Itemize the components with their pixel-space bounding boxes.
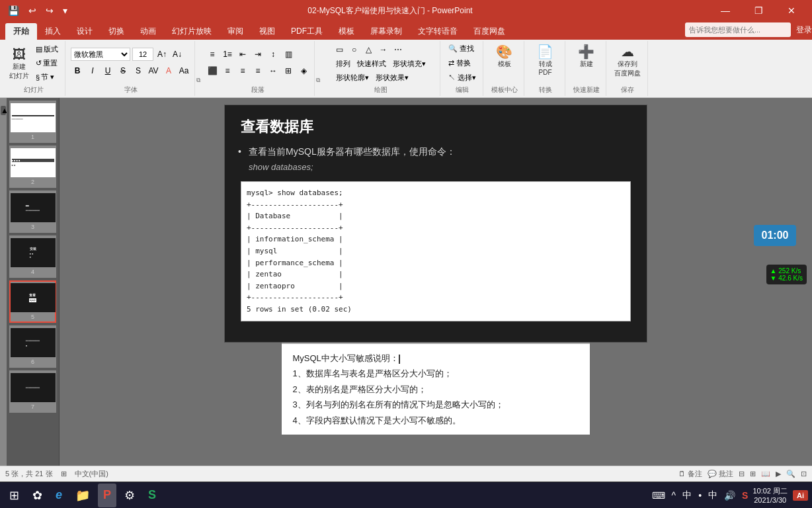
sys-sound-icon[interactable]: 🔊 [722, 489, 737, 502]
left-scrollbar[interactable]: ▲ [0, 98, 7, 466]
new-slide-btn[interactable]: 🖼 新建 幻灯片 [7, 45, 32, 82]
shape-rect-btn[interactable]: ▭ [333, 43, 346, 56]
ai-btn[interactable]: Ai [793, 490, 808, 501]
bullet-list-btn[interactable]: ≡ [206, 48, 219, 61]
font-name-select[interactable]: 微软雅黑 [71, 48, 130, 61]
restore-btn[interactable]: ❐ [743, 0, 774, 21]
view-grid-btn[interactable]: ⊞ [750, 470, 756, 478]
effect-btn[interactable]: 形状效果▾ [373, 71, 411, 84]
canvas-area[interactable]: 查看数据库 查看当前MySQL服务器有哪些数据库，使用命令： show data… [60, 98, 812, 466]
taskbar-app-5[interactable]: ⚙ [119, 484, 140, 507]
tab-view[interactable]: 视图 [251, 23, 283, 40]
undo-icon[interactable]: ↩ [26, 4, 39, 17]
minimize-btn[interactable]: — [710, 0, 741, 21]
underline-btn[interactable]: U [101, 64, 114, 77]
tab-review[interactable]: 审阅 [220, 23, 251, 40]
slide-thumb-6[interactable]: ══════ ● 6 [9, 325, 56, 368]
comments-status-btn[interactable]: 💬 批注 [708, 469, 733, 479]
decrease-font-btn[interactable]: A↓ [171, 48, 184, 61]
slide-thumb-3[interactable]: ▬ ══════ 3 [9, 190, 56, 233]
customize-icon[interactable]: ▾ [60, 4, 70, 17]
text-align-btn[interactable]: ⊞ [282, 64, 295, 77]
slide-canvas[interactable]: 查看数据库 查看当前MySQL服务器有哪些数据库，使用命令： show data… [224, 105, 647, 343]
quick-new-btn[interactable]: ➕ 新建 [575, 42, 598, 70]
shape-circle-btn[interactable]: ○ [348, 43, 361, 56]
close-btn[interactable]: ✕ [776, 0, 807, 21]
taskbar-time[interactable]: 10:02 周二 2021/3/30 [752, 486, 788, 504]
login-btn[interactable]: 登录 [796, 24, 812, 36]
tab-slideshow[interactable]: 幻灯片放映 [164, 23, 220, 40]
zoom-btn[interactable]: 🔍 [786, 470, 795, 478]
shape-more-btn[interactable]: ⋯ [391, 43, 405, 56]
font-size-input[interactable] [132, 48, 153, 61]
start-menu-btn[interactable]: ⊞ [4, 484, 24, 507]
view-slideshow-btn[interactable]: ▶ [776, 470, 781, 478]
taskbar-app-search[interactable]: ✿ [27, 484, 48, 507]
taskbar-app-explorer[interactable]: 📁 [70, 484, 95, 507]
smartart-btn[interactable]: ◈ [297, 64, 310, 77]
tab-pdf[interactable]: PDF工具 [283, 23, 331, 40]
slide-expand-icon[interactable]: ⊞ [61, 470, 67, 478]
fontcolor-btn[interactable]: A [162, 64, 175, 77]
layout-btn[interactable]: ▤版式 [33, 43, 61, 56]
bold-btn[interactable]: B [71, 64, 84, 77]
sys-s-icon[interactable]: S [740, 489, 750, 502]
text-dir-btn[interactable]: ↔ [266, 64, 280, 77]
timer-badge[interactable]: 01:00 [754, 225, 796, 246]
template-center-btn[interactable]: 🎨 模板 [493, 42, 516, 70]
code-block[interactable]: mysql> show databases; +----------------… [241, 181, 631, 321]
align-right-btn[interactable]: ≡ [236, 64, 249, 77]
shape-arrow-btn[interactable]: → [377, 43, 390, 56]
slide-thumb-2[interactable]: ■ ■ ■ ■ ■ ■ 2 [9, 146, 56, 188]
align-center-btn[interactable]: ≡ [221, 64, 234, 77]
section-btn[interactable]: §节 ▾ [33, 71, 61, 83]
save-icon[interactable]: 💾 [5, 4, 22, 17]
find-btn[interactable]: 🔍 查找 [446, 42, 479, 55]
select-btn[interactable]: ↖ 选择▾ [446, 71, 479, 84]
strike-btn[interactable]: S [116, 64, 130, 77]
zoom-fit-btn[interactable]: ⊡ [801, 470, 807, 478]
convert-pdf-btn[interactable]: 📄 转成 PDF [534, 42, 557, 77]
font-expand-btn[interactable]: ⧉ [196, 77, 200, 96]
notes-area[interactable]: MySQL中大小写敏感说明： 1、数据库名与表名是严格区分大小写的； 2、表的别… [282, 343, 589, 435]
search-input[interactable] [685, 22, 791, 37]
slide-thumb-5[interactable]: 查看 mysql> 5 [9, 280, 56, 323]
sys-up-icon[interactable]: ^ [670, 489, 678, 502]
italic-btn[interactable]: I [86, 64, 99, 77]
replace-btn[interactable]: ⇄ 替换 [446, 57, 479, 69]
taskbar-app-ie[interactable]: e [50, 484, 67, 507]
tab-tts[interactable]: 文字转语音 [410, 23, 466, 40]
tab-template[interactable]: 模板 [331, 23, 362, 40]
fill-btn[interactable]: 形状填充▾ [390, 58, 428, 70]
view-normal-btn[interactable]: ⊟ [739, 470, 745, 478]
align-left-btn[interactable]: ⬛ [206, 64, 219, 77]
slide-thumb-7[interactable]: ══════ 7 [9, 370, 56, 413]
tab-insert[interactable]: 插入 [37, 23, 69, 40]
line-space-btn[interactable]: ↕ [266, 48, 280, 61]
view-read-btn[interactable]: 📖 [761, 470, 770, 478]
number-list-btn[interactable]: 1≡ [221, 48, 234, 61]
slide-thumb-4[interactable]: 安装 ● ● ● 4 [9, 235, 56, 278]
tab-baiducloud[interactable]: 百度网盘 [466, 23, 513, 40]
align-justify-btn[interactable]: ≡ [251, 64, 264, 77]
tab-design[interactable]: 设计 [69, 23, 101, 40]
indent-inc-btn[interactable]: ⇥ [251, 48, 264, 61]
taskbar-app-6[interactable]: S [143, 484, 161, 507]
arrange-btn[interactable]: 排列 [333, 58, 353, 70]
outline-btn[interactable]: 形状轮廓▾ [333, 71, 372, 84]
cols-btn[interactable]: ▥ [282, 48, 295, 61]
tab-transition[interactable]: 切换 [101, 23, 132, 40]
notes-status-btn[interactable]: 🗒 备注 [678, 469, 702, 479]
tab-start[interactable]: 开始 [5, 23, 37, 40]
quick-style-btn[interactable]: 快速样式 [354, 58, 389, 70]
allcaps-btn[interactable]: Aa [177, 64, 190, 77]
taskbar-app-powerpoint[interactable]: P [98, 484, 116, 507]
tab-animation[interactable]: 动画 [132, 23, 164, 40]
charspace-btn[interactable]: AV [147, 64, 160, 77]
save-cloud-btn[interactable]: ☁ 保存到 百度网盘 [612, 42, 643, 79]
increase-font-btn[interactable]: A↑ [155, 48, 169, 61]
para-expand-btn[interactable]: ⧉ [316, 77, 320, 96]
sys-keyboard-icon[interactable]: ⌨ [650, 489, 667, 502]
shadow-btn[interactable]: S [132, 64, 145, 77]
slide-thumb-1[interactable]: ══════ 1 [9, 101, 56, 143]
